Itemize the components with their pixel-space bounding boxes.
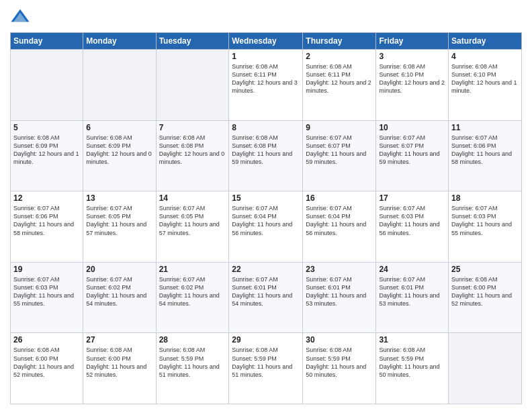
day-info: Sunrise: 6:08 AM Sunset: 5:59 PM Dayligh…	[159, 346, 226, 379]
calendar-cell: 28Sunrise: 6:08 AM Sunset: 5:59 PM Dayli…	[156, 333, 229, 404]
calendar-week-row: 19Sunrise: 6:07 AM Sunset: 6:03 PM Dayli…	[11, 262, 522, 333]
calendar-cell: 3Sunrise: 6:08 AM Sunset: 6:10 PM Daylig…	[376, 50, 449, 121]
day-info: Sunrise: 6:08 AM Sunset: 5:59 PM Dayligh…	[379, 346, 445, 379]
day-number: 16	[306, 193, 373, 203]
calendar-cell: 27Sunrise: 6:08 AM Sunset: 6:00 PM Dayli…	[83, 333, 156, 404]
day-info: Sunrise: 6:08 AM Sunset: 6:09 PM Dayligh…	[86, 134, 152, 167]
calendar-week-row: 5Sunrise: 6:08 AM Sunset: 6:09 PM Daylig…	[11, 120, 522, 191]
day-number: 5	[13, 123, 80, 132]
day-info: Sunrise: 6:07 AM Sunset: 6:02 PM Dayligh…	[159, 275, 226, 308]
day-info: Sunrise: 6:07 AM Sunset: 6:01 PM Dayligh…	[379, 275, 445, 308]
calendar-cell: 5Sunrise: 6:08 AM Sunset: 6:09 PM Daylig…	[11, 120, 83, 191]
day-number: 27	[86, 335, 152, 345]
calendar-cell: 30Sunrise: 6:08 AM Sunset: 5:59 PM Dayli…	[303, 333, 376, 404]
day-info: Sunrise: 6:07 AM Sunset: 6:01 PM Dayligh…	[306, 275, 373, 308]
day-number: 20	[86, 265, 152, 274]
calendar-cell: 25Sunrise: 6:08 AM Sunset: 6:00 PM Dayli…	[449, 262, 522, 333]
day-number: 14	[159, 193, 226, 203]
calendar-cell: 31Sunrise: 6:08 AM Sunset: 5:59 PM Dayli…	[376, 333, 449, 404]
calendar-header-row: SundayMondayTuesdayWednesdayThursdayFrid…	[11, 33, 522, 50]
calendar-cell: 6Sunrise: 6:08 AM Sunset: 6:09 PM Daylig…	[83, 120, 156, 191]
calendar-cell	[83, 50, 156, 121]
logo	[10, 7, 33, 27]
day-info: Sunrise: 6:07 AM Sunset: 6:02 PM Dayligh…	[86, 275, 152, 308]
calendar-week-row: 26Sunrise: 6:08 AM Sunset: 6:00 PM Dayli…	[11, 333, 522, 404]
calendar-table: SundayMondayTuesdayWednesdayThursdayFrid…	[10, 32, 522, 404]
day-info: Sunrise: 6:08 AM Sunset: 6:08 PM Dayligh…	[232, 134, 300, 167]
day-number: 15	[232, 193, 300, 203]
calendar-day-header: Wednesday	[229, 33, 303, 50]
day-info: Sunrise: 6:08 AM Sunset: 5:59 PM Dayligh…	[232, 346, 300, 379]
day-number: 12	[13, 193, 80, 203]
calendar-cell: 11Sunrise: 6:07 AM Sunset: 6:06 PM Dayli…	[449, 120, 522, 191]
calendar-cell: 10Sunrise: 6:07 AM Sunset: 6:07 PM Dayli…	[376, 120, 449, 191]
calendar-cell: 4Sunrise: 6:08 AM Sunset: 6:10 PM Daylig…	[449, 50, 522, 121]
day-number: 23	[306, 265, 373, 274]
calendar-cell: 16Sunrise: 6:07 AM Sunset: 6:04 PM Dayli…	[303, 191, 376, 263]
day-number: 21	[159, 265, 226, 274]
day-number: 1	[232, 52, 300, 61]
calendar-cell: 14Sunrise: 6:07 AM Sunset: 6:05 PM Dayli…	[156, 191, 229, 263]
calendar-cell: 18Sunrise: 6:07 AM Sunset: 6:03 PM Dayli…	[449, 191, 522, 263]
calendar-cell: 8Sunrise: 6:08 AM Sunset: 6:08 PM Daylig…	[229, 120, 303, 191]
day-info: Sunrise: 6:08 AM Sunset: 6:10 PM Dayligh…	[451, 62, 519, 95]
calendar-day-header: Sunday	[11, 33, 83, 50]
calendar-cell: 24Sunrise: 6:07 AM Sunset: 6:01 PM Dayli…	[376, 262, 449, 333]
calendar-day-header: Saturday	[449, 33, 522, 50]
calendar-cell	[449, 333, 522, 404]
calendar-cell: 2Sunrise: 6:08 AM Sunset: 6:11 PM Daylig…	[303, 50, 376, 121]
calendar-cell: 19Sunrise: 6:07 AM Sunset: 6:03 PM Dayli…	[11, 262, 83, 333]
day-number: 9	[306, 123, 373, 132]
day-info: Sunrise: 6:08 AM Sunset: 6:00 PM Dayligh…	[13, 346, 80, 379]
logo-icon	[10, 7, 30, 27]
day-number: 19	[13, 265, 80, 274]
day-number: 3	[379, 52, 445, 61]
calendar-cell: 9Sunrise: 6:07 AM Sunset: 6:07 PM Daylig…	[303, 120, 376, 191]
day-number: 8	[232, 123, 300, 132]
day-info: Sunrise: 6:08 AM Sunset: 6:10 PM Dayligh…	[379, 62, 445, 95]
day-number: 28	[159, 335, 226, 345]
header	[10, 7, 522, 27]
day-info: Sunrise: 6:07 AM Sunset: 6:06 PM Dayligh…	[13, 204, 80, 237]
day-info: Sunrise: 6:07 AM Sunset: 6:03 PM Dayligh…	[13, 275, 80, 308]
calendar-day-header: Thursday	[303, 33, 376, 50]
day-number: 13	[86, 193, 152, 203]
calendar-cell: 7Sunrise: 6:08 AM Sunset: 6:08 PM Daylig…	[156, 120, 229, 191]
day-number: 4	[451, 52, 519, 61]
day-info: Sunrise: 6:08 AM Sunset: 6:11 PM Dayligh…	[232, 62, 300, 95]
day-info: Sunrise: 6:08 AM Sunset: 6:00 PM Dayligh…	[451, 275, 519, 308]
calendar-cell	[11, 50, 83, 121]
day-info: Sunrise: 6:08 AM Sunset: 5:59 PM Dayligh…	[306, 346, 373, 379]
day-info: Sunrise: 6:07 AM Sunset: 6:07 PM Dayligh…	[379, 134, 445, 167]
calendar-cell: 13Sunrise: 6:07 AM Sunset: 6:05 PM Dayli…	[83, 191, 156, 263]
day-info: Sunrise: 6:08 AM Sunset: 6:00 PM Dayligh…	[86, 346, 152, 379]
day-number: 26	[13, 335, 80, 345]
day-number: 11	[451, 123, 519, 132]
calendar-day-header: Monday	[83, 33, 156, 50]
calendar-cell: 17Sunrise: 6:07 AM Sunset: 6:03 PM Dayli…	[376, 191, 449, 263]
day-number: 10	[379, 123, 445, 132]
day-number: 6	[86, 123, 152, 132]
day-number: 2	[306, 52, 373, 61]
day-info: Sunrise: 6:07 AM Sunset: 6:05 PM Dayligh…	[86, 204, 152, 237]
calendar-day-header: Friday	[376, 33, 449, 50]
calendar-cell	[156, 50, 229, 121]
calendar-cell: 20Sunrise: 6:07 AM Sunset: 6:02 PM Dayli…	[83, 262, 156, 333]
calendar-cell: 15Sunrise: 6:07 AM Sunset: 6:04 PM Dayli…	[229, 191, 303, 263]
day-info: Sunrise: 6:08 AM Sunset: 6:09 PM Dayligh…	[13, 134, 80, 167]
day-info: Sunrise: 6:07 AM Sunset: 6:04 PM Dayligh…	[306, 204, 373, 237]
day-info: Sunrise: 6:07 AM Sunset: 6:07 PM Dayligh…	[306, 134, 373, 167]
calendar-cell: 12Sunrise: 6:07 AM Sunset: 6:06 PM Dayli…	[11, 191, 83, 263]
calendar-week-row: 12Sunrise: 6:07 AM Sunset: 6:06 PM Dayli…	[11, 191, 522, 263]
calendar-cell: 22Sunrise: 6:07 AM Sunset: 6:01 PM Dayli…	[229, 262, 303, 333]
day-number: 30	[306, 335, 373, 345]
day-number: 29	[232, 335, 300, 345]
day-number: 18	[451, 193, 519, 203]
calendar-week-row: 1Sunrise: 6:08 AM Sunset: 6:11 PM Daylig…	[11, 50, 522, 121]
calendar-cell: 23Sunrise: 6:07 AM Sunset: 6:01 PM Dayli…	[303, 262, 376, 333]
calendar-cell: 29Sunrise: 6:08 AM Sunset: 5:59 PM Dayli…	[229, 333, 303, 404]
page: SundayMondayTuesdayWednesdayThursdayFrid…	[0, 0, 532, 411]
day-info: Sunrise: 6:07 AM Sunset: 6:01 PM Dayligh…	[232, 275, 300, 308]
calendar-day-header: Tuesday	[156, 33, 229, 50]
day-info: Sunrise: 6:07 AM Sunset: 6:06 PM Dayligh…	[451, 134, 519, 167]
